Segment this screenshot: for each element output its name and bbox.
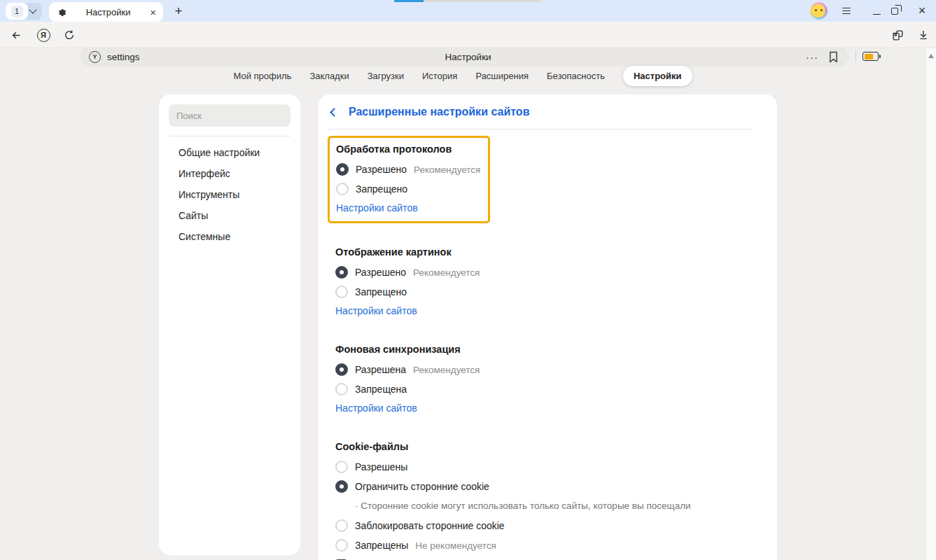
sidebar-item-general[interactable]: Общие настройки bbox=[169, 142, 291, 163]
window-restore-button[interactable] bbox=[883, 0, 907, 22]
option-note: Рекомендуется bbox=[413, 365, 480, 375]
radio-option[interactable]: Разрешена Рекомендуется bbox=[335, 360, 753, 379]
option-label: Запрещены bbox=[355, 540, 408, 551]
section-background-sync: Фоновая синхронизация Разрешена Рекоменд… bbox=[327, 344, 753, 414]
minimize-icon bbox=[873, 14, 881, 15]
site-settings-link[interactable]: Настройки сайтов bbox=[336, 202, 418, 214]
profile-avatar[interactable] bbox=[810, 2, 827, 20]
radio-selected-icon[interactable] bbox=[336, 163, 349, 176]
tab-settings[interactable]: Настройки bbox=[623, 66, 692, 86]
radio-unselected-icon[interactable] bbox=[335, 286, 348, 298]
tab-extensions[interactable]: Расширения bbox=[475, 66, 529, 86]
sidebar-item-tools[interactable]: Инструменты bbox=[169, 184, 291, 205]
option-label: Запрещена bbox=[355, 384, 407, 395]
tab-downloads[interactable]: Загрузки bbox=[368, 66, 404, 86]
sidebar-item-interface[interactable]: Интерфейс bbox=[169, 163, 291, 184]
restore-icon bbox=[891, 8, 898, 15]
radio-selected-icon[interactable] bbox=[335, 480, 348, 493]
section-title: Отображение картинок bbox=[335, 246, 753, 258]
checkbox-option[interactable]: Очищать файлы cookie при выходе из брауз… bbox=[335, 555, 753, 560]
hamburger-menu-icon bbox=[842, 6, 851, 16]
radio-unselected-icon[interactable] bbox=[335, 383, 348, 396]
radio-option[interactable]: Запрещена bbox=[335, 379, 753, 399]
search-input[interactable] bbox=[169, 104, 291, 127]
yandex-home-button[interactable]: Я bbox=[34, 22, 53, 48]
gear-icon bbox=[56, 7, 67, 18]
header-divider bbox=[327, 129, 753, 130]
section-title: Обработка протоколов bbox=[336, 144, 480, 155]
extensions-button[interactable] bbox=[888, 22, 907, 48]
battery-saver-icon[interactable] bbox=[862, 52, 879, 61]
option-label: Разрешена bbox=[355, 364, 406, 375]
tab-history[interactable]: История bbox=[422, 66, 457, 86]
new-tab-button[interactable]: + bbox=[170, 3, 187, 20]
address-bar[interactable]: Y settings ··· bbox=[81, 47, 848, 66]
page-scrollbar[interactable] bbox=[925, 48, 936, 560]
radio-option[interactable]: Разрешено Рекомендуется bbox=[336, 160, 480, 179]
radio-option[interactable]: Заблокировать сторонние cookie bbox=[335, 516, 753, 536]
progress-filled bbox=[394, 0, 424, 2]
active-tab[interactable]: Настройки × bbox=[49, 2, 163, 22]
tab-counter-button[interactable]: 1 bbox=[6, 3, 28, 20]
site-settings-link[interactable]: Настройки сайтов bbox=[335, 305, 417, 316]
radio-option[interactable]: Ограничить сторонние cookie bbox=[335, 477, 753, 496]
radio-option[interactable]: Запрещены Не рекомендуется bbox=[335, 536, 753, 555]
advanced-site-settings-header[interactable]: Расширенные настройки сайтов bbox=[327, 106, 753, 118]
option-note: Рекомендуется bbox=[414, 164, 480, 175]
option-note: Рекомендуется bbox=[413, 267, 480, 278]
window-close-button[interactable]: × bbox=[910, 0, 934, 22]
more-actions-icon[interactable]: ··· bbox=[806, 51, 818, 63]
radio-unselected-icon[interactable] bbox=[335, 539, 348, 552]
settings-sidebar: Общие настройки Интерфейс Инструменты Са… bbox=[159, 94, 300, 555]
tab-title: Настройки bbox=[67, 7, 150, 18]
tab-count-badge: 1 bbox=[11, 6, 23, 18]
highlight-outline: Обработка протоколов Разрешено Рекоменду… bbox=[328, 136, 490, 223]
site-settings-link[interactable]: Настройки сайтов bbox=[335, 402, 417, 414]
sidebar-item-system[interactable]: Системные bbox=[169, 226, 291, 247]
tab-close-icon[interactable]: × bbox=[150, 7, 156, 18]
url-text: settings bbox=[107, 52, 140, 62]
radio-unselected-icon[interactable] bbox=[336, 183, 349, 195]
option-label: Разрешено bbox=[356, 164, 407, 175]
browser-toolbar: Я Y settings ··· Настройки bbox=[0, 22, 936, 48]
browser-menu-button[interactable] bbox=[834, 0, 858, 22]
arrow-left-icon bbox=[11, 29, 22, 41]
reload-button[interactable] bbox=[60, 22, 78, 48]
tab-counter-group: 1 bbox=[6, 3, 42, 20]
section-protocol-handling: Обработка протоколов Разрешено Рекоменду… bbox=[336, 144, 480, 214]
tab-security[interactable]: Безопасность bbox=[547, 66, 605, 86]
chevron-down-icon bbox=[29, 6, 36, 13]
radio-option[interactable]: Разрешено Рекомендуется bbox=[335, 262, 753, 282]
radio-option[interactable]: Запрещено bbox=[336, 179, 480, 199]
section-title: Фоновая синхронизация bbox=[335, 344, 753, 355]
radio-unselected-icon[interactable] bbox=[335, 461, 348, 473]
downloads-button[interactable] bbox=[914, 22, 932, 48]
radio-option[interactable]: Запрещено bbox=[335, 282, 753, 302]
tab-my-profile[interactable]: Мой профиль bbox=[233, 66, 291, 86]
section-page-title: Расширенные настройки сайтов bbox=[349, 106, 529, 118]
browser-tab-bar: 1 Настройки × + × bbox=[0, 0, 936, 22]
sidebar-item-sites[interactable]: Сайты bbox=[169, 205, 291, 226]
avatar-face-icon bbox=[812, 4, 825, 18]
radio-unselected-icon[interactable] bbox=[335, 519, 348, 532]
back-button[interactable] bbox=[7, 22, 25, 48]
toolbar-divider bbox=[855, 50, 856, 62]
radio-selected-icon[interactable] bbox=[335, 363, 348, 376]
radio-selected-icon[interactable] bbox=[335, 266, 348, 279]
option-label: Запрещено bbox=[355, 286, 407, 298]
option-note: Не рекомендуется bbox=[415, 540, 496, 551]
option-label: Заблокировать сторонние cookie bbox=[355, 520, 505, 531]
extensions-icon bbox=[891, 29, 904, 42]
settings-nav-tabs: Мой профиль Закладки Загрузки История Ра… bbox=[0, 66, 925, 86]
radio-option[interactable]: Разрешены bbox=[335, 457, 753, 477]
reload-icon bbox=[64, 29, 75, 41]
option-label: Разрешено bbox=[355, 267, 406, 278]
scroll-up-arrow-icon[interactable] bbox=[928, 54, 934, 58]
tab-bookmarks[interactable]: Закладки bbox=[309, 66, 349, 86]
bookmark-icon[interactable] bbox=[828, 51, 839, 63]
download-icon bbox=[918, 29, 929, 41]
chevron-left-icon bbox=[330, 108, 339, 117]
progress-track bbox=[424, 0, 541, 2]
option-label: Ограничить сторонние cookie bbox=[355, 481, 489, 492]
tab-loading-progress bbox=[394, 0, 541, 2]
